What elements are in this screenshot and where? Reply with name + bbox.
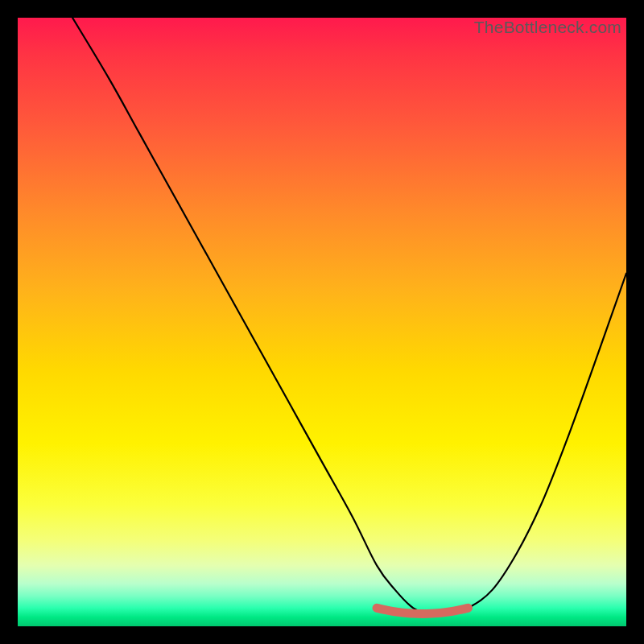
optimal-range-marker [377, 608, 468, 613]
bottleneck-curve [72, 18, 626, 615]
chart-svg [18, 18, 626, 626]
watermark-text: TheBottleneck.com [474, 18, 621, 37]
chart-frame: TheBottleneck.com [18, 18, 626, 626]
